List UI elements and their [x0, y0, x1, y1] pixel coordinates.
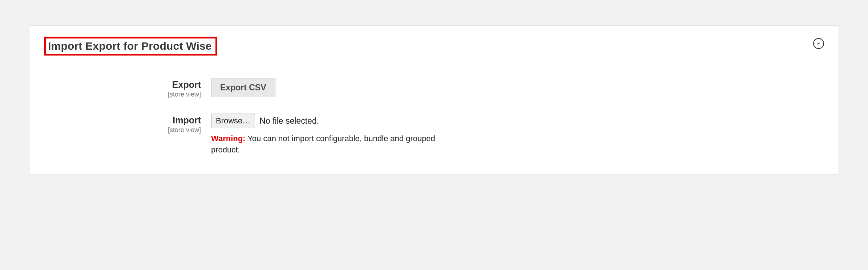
import-scope: [store view]: [44, 126, 201, 134]
import-row: Import [store view] Browse… No file sele…: [44, 113, 824, 156]
import-export-panel: Import Export for Product Wise Export [s…: [29, 25, 839, 174]
export-csv-button[interactable]: Export CSV: [211, 78, 275, 97]
warning-label: Warning:: [211, 134, 246, 143]
export-label-col: Export [store view]: [44, 77, 211, 98]
panel-header: Import Export for Product Wise: [44, 37, 824, 56]
panel-title-highlight: Import Export for Product Wise: [44, 37, 217, 56]
export-control: Export CSV: [211, 77, 824, 97]
export-scope: [store view]: [44, 91, 201, 98]
export-label: Export: [44, 79, 201, 90]
import-label-col: Import [store view]: [44, 113, 211, 134]
file-input-group: Browse… No file selected.: [211, 114, 824, 128]
collapse-toggle-icon[interactable]: [813, 38, 824, 49]
import-warning: Warning: You can not import configurable…: [211, 133, 436, 156]
import-label: Import: [44, 115, 201, 126]
export-row: Export [store view] Export CSV: [44, 77, 824, 98]
file-status-text: No file selected.: [259, 116, 319, 126]
browse-button[interactable]: Browse…: [211, 114, 255, 128]
panel-title: Import Export for Product Wise: [48, 40, 212, 52]
import-control: Browse… No file selected. Warning: You c…: [211, 113, 824, 156]
